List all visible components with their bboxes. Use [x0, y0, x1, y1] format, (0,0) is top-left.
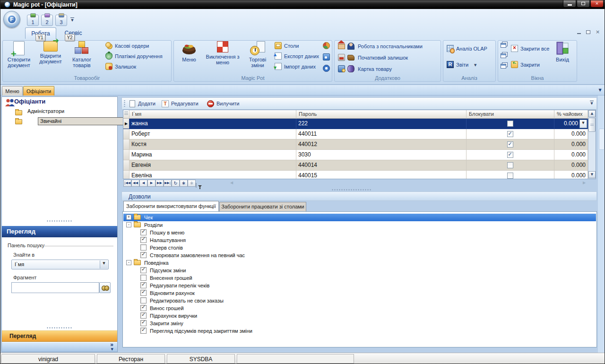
cell-block[interactable] — [467, 171, 554, 179]
fragment-input[interactable] — [11, 282, 99, 293]
application-menu-button[interactable]: F — [3, 11, 20, 28]
restore-button[interactable] — [577, 0, 590, 8]
mdi-restore-button[interactable] — [584, 29, 592, 36]
document-tab-ofitsianty[interactable]: Офіціанти — [23, 86, 54, 95]
stopwatch-icon-button[interactable] — [323, 65, 330, 72]
table-row[interactable]: Евгенія 440014 0.000 — [123, 160, 596, 171]
tips-dropdown-button[interactable] — [579, 120, 587, 128]
cell-name[interactable]: Марина — [130, 150, 296, 160]
nav-insert-button[interactable]: ∗ — [180, 180, 188, 187]
cell-password[interactable]: 440011 — [296, 129, 467, 139]
nav-refresh-button[interactable]: ↻ — [172, 180, 180, 187]
expand-chevrons-button[interactable]: »▼ — [110, 342, 113, 352]
close-button[interactable]: × — [590, 0, 604, 8]
menu-exclusion-button[interactable]: Виключення з меню — [203, 41, 242, 65]
block-checkbox[interactable] — [507, 173, 513, 179]
checkbox[interactable] — [140, 312, 147, 319]
table-row[interactable]: Марина 3030 0.000 — [123, 150, 596, 160]
cell-password[interactable]: 440014 — [296, 160, 467, 171]
search-button[interactable] — [99, 282, 111, 293]
edit-button[interactable]: Редагувати — [161, 99, 200, 109]
arrange-windows-icon-button[interactable] — [501, 64, 506, 69]
collapse-icon[interactable]: - — [126, 260, 131, 265]
nav-delete-button[interactable]: ∗ — [188, 180, 196, 187]
combo-dropdown-icon[interactable] — [100, 260, 108, 269]
block-checkbox[interactable] — [507, 162, 513, 168]
catalog-button[interactable]: Каталог товарів — [68, 41, 96, 68]
cell-block[interactable] — [467, 119, 554, 129]
hscroll-left-arrow[interactable]: ◀ — [230, 181, 233, 185]
cell-password[interactable]: 440015 — [296, 171, 467, 179]
table-row[interactable]: Евеліна 440015 0.000 — [123, 171, 596, 179]
document-tab-menu[interactable]: Меню — [2, 86, 23, 95]
scrollbar-thumb[interactable] — [588, 118, 596, 132]
block-checkbox[interactable] — [507, 131, 513, 137]
cell-tips[interactable]: 0.000 — [554, 139, 588, 150]
view-bar-button[interactable]: Перегляд — [2, 330, 117, 342]
tree-check-item[interactable]: Відновити рахунок — [123, 289, 596, 297]
checkbox[interactable] — [140, 320, 147, 326]
tree-check-item[interactable]: Пошку в меню — [123, 229, 596, 236]
reports-button[interactable]: R Звіти ▼ — [447, 61, 494, 69]
cell-tips[interactable]: 0.000 — [554, 119, 588, 129]
tab-forbid-tables[interactable]: Заборонити працювати зі столами — [219, 202, 306, 211]
cell-tips[interactable]: 0.000 — [554, 150, 588, 160]
cell-tips[interactable]: 0.000 — [554, 160, 588, 171]
quick-access-button-2[interactable]: 2 — [41, 15, 53, 26]
tab-forbid-functions[interactable]: Заборонити використовувати функції — [123, 201, 219, 211]
checkbox[interactable] — [140, 244, 147, 251]
tab-list-dropdown-button[interactable]: ▼ — [596, 87, 604, 94]
suppliers-button[interactable]: Робота з постачальниками — [338, 43, 439, 51]
nav-last-button[interactable]: ▶▶| — [164, 180, 172, 187]
tree-check-item[interactable]: Редагувати перелік чеків — [123, 282, 596, 289]
mdi-minimize-button[interactable] — [575, 29, 583, 36]
column-header-name[interactable]: І`мя — [130, 110, 296, 119]
tree-check-item[interactable]: Закрити зміну — [123, 320, 596, 327]
folder-administrators[interactable]: Адміністратори — [15, 109, 130, 117]
checkbox[interactable] — [140, 282, 147, 288]
delete-button[interactable]: Вилучити — [206, 99, 241, 109]
tree-check-item[interactable]: Резерв столів — [123, 244, 596, 251]
tree-check-item[interactable]: Створювати замовлення на певний час — [123, 251, 596, 259]
exit-button[interactable]: Вихід — [551, 41, 574, 62]
document-scroll-strip[interactable] — [598, 95, 605, 353]
scroll-down-button[interactable]: ▼ — [588, 171, 596, 178]
expand-icon[interactable]: + — [126, 215, 131, 220]
picture-icon-button[interactable] — [323, 53, 330, 61]
nav-prev-button[interactable]: ◀ — [139, 180, 147, 187]
cell-name[interactable]: Евеліна — [130, 171, 296, 179]
olap-button[interactable]: Аналіз OLAP — [447, 45, 494, 53]
horizontal-splitter-handle[interactable] — [331, 189, 371, 191]
panel-splitter-handle-2[interactable] — [46, 327, 73, 329]
checkbox[interactable] — [140, 297, 147, 303]
scroll-thumb[interactable] — [599, 129, 605, 150]
block-checkbox[interactable] — [507, 152, 513, 158]
table-row[interactable]: Костя 440012 0.000 — [123, 139, 596, 150]
tree-check-item[interactable]: Підсумок зміни — [123, 267, 596, 274]
tree-item-povedinka[interactable]: - Поведінка — [123, 259, 596, 267]
cell-password[interactable]: 440012 — [296, 139, 467, 150]
quick-access-button-1[interactable]: 1 — [27, 15, 39, 26]
checkbox[interactable] — [140, 267, 147, 273]
cell-block[interactable] — [467, 129, 554, 139]
panel-splitter-handle[interactable] — [46, 220, 73, 222]
checkbox[interactable] — [140, 290, 147, 296]
table-row[interactable]: жанна 222 0.000 — [123, 119, 596, 129]
checkbox[interactable] — [140, 305, 147, 311]
product-card-button[interactable]: Картка товару — [338, 65, 439, 74]
folder-zvychaini[interactable]: Звичайні — [15, 118, 130, 126]
cell-name[interactable]: Костя — [130, 139, 296, 150]
cell-password[interactable]: 222 — [296, 119, 467, 129]
table-row[interactable]: Роберт 440011 0.000 — [123, 129, 596, 139]
column-header-tips[interactable]: % чайових — [554, 110, 588, 119]
nav-filter-button[interactable] — [196, 183, 197, 188]
quick-access-button-3[interactable]: 3 — [55, 15, 67, 26]
create-document-button[interactable]: Створити документ — [4, 41, 34, 68]
tile-windows-icon-button[interactable] — [501, 53, 506, 58]
column-header-password[interactable]: Пароль — [296, 110, 467, 119]
cell-tips[interactable]: 0.000 — [554, 129, 588, 139]
toolbar-grip[interactable] — [124, 100, 125, 108]
initial-balance-button[interactable]: Початковий залишок — [338, 54, 439, 62]
block-checkbox[interactable] — [507, 121, 513, 127]
quick-access-more-button[interactable]: ▼ — [70, 17, 74, 22]
